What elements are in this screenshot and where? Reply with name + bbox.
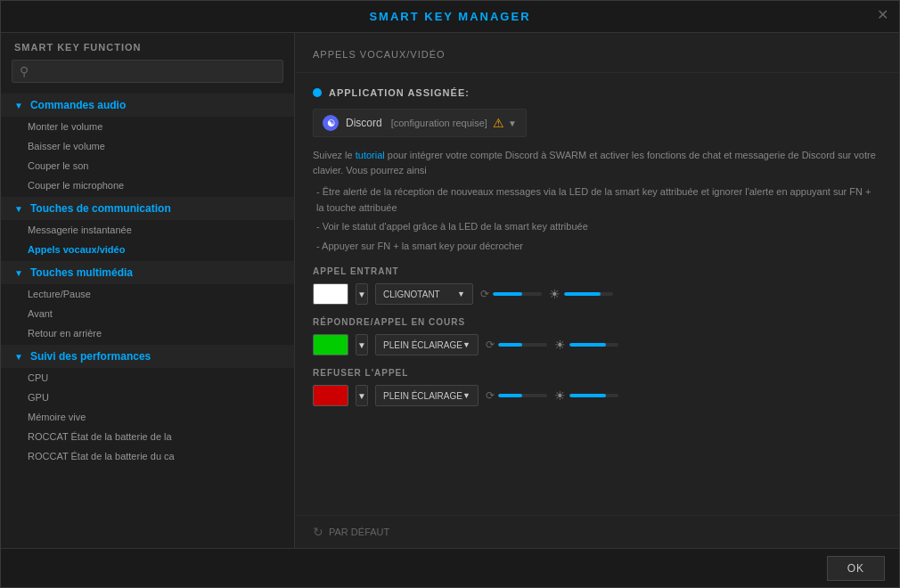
- config-required: [configuration requise]: [391, 118, 487, 128]
- sidebar-item-gpu[interactable]: GPU: [1, 388, 294, 407]
- speed-slider-repondre-appel[interactable]: [498, 343, 547, 347]
- category-touches-communication: ▼Touches de communicationMessagerie inst…: [1, 197, 294, 259]
- color-dropdown-repondre-appel[interactable]: ▼: [356, 334, 368, 355]
- sidebar-item-roccat-batterie-2[interactable]: ROCCAT État de la batterie du ca: [1, 446, 294, 466]
- sidebar-item-baisser-volume[interactable]: Baisser le volume: [1, 136, 294, 156]
- slider-group-brightness-appel-entrant: ☀: [549, 287, 613, 301]
- mode-dropdown-refuser-appel[interactable]: PLEIN ÉCLAIRAGE▼: [375, 385, 479, 406]
- footer-bar: ↻ PAR DÉFAUT: [295, 515, 899, 548]
- category-arrow: ▼: [14, 101, 23, 110]
- brightness-slider-refuser-appel[interactable]: [569, 394, 618, 397]
- brightness-icon: ☀: [554, 338, 566, 352]
- category-header-touches-communication[interactable]: ▼Touches de communication: [1, 197, 294, 220]
- category-header-suivi-performances[interactable]: ▼Suivi des performances: [1, 345, 294, 368]
- sidebar-item-roccat-batterie-1[interactable]: ROCCAT État de la batterie de la: [1, 427, 294, 446]
- slider-group-speed-appel-entrant: ⟳: [480, 288, 542, 300]
- sidebar-categories: ▼Commandes audioMonter le volumeBaisser …: [1, 94, 294, 466]
- slider-group-speed-refuser-appel: ⟳: [486, 389, 547, 402]
- call-section-repondre-appel: RÉPONDRE/APPEL EN COURS▼PLEIN ÉCLAIRAGE▼…: [313, 317, 881, 355]
- sidebar-item-memoire-vive[interactable]: Mémoire vive: [1, 407, 294, 427]
- ok-button[interactable]: OK: [827, 556, 885, 581]
- sidebar-item-avant[interactable]: Avant: [1, 304, 294, 323]
- slider-group-brightness-refuser-appel: ☀: [554, 388, 618, 403]
- category-arrow: ▼: [14, 352, 23, 362]
- color-dropdown-refuser-appel[interactable]: ▼: [356, 385, 368, 406]
- mode-dropdown-appel-entrant[interactable]: CLIGNOTANT▼: [375, 283, 473, 305]
- brightness-slider-appel-entrant[interactable]: [564, 292, 613, 296]
- sidebar-item-appels-vocaux[interactable]: Appels vocaux/vidéo: [1, 240, 294, 259]
- bullet-2: - Voir le statut d'appel grâce à la LED …: [313, 219, 881, 235]
- call-sections: APPEL ENTRANT▼CLIGNOTANT▼ ⟳ ☀ RÉPONDRE/A…: [313, 266, 881, 406]
- section-dot: [313, 88, 322, 97]
- sidebar-item-couper-son[interactable]: Couper le son: [1, 156, 294, 176]
- bullet-1: - Être alerté de la réception de nouveau…: [313, 184, 881, 216]
- info-text: Suivez le tutorial pour intégrer votre c…: [313, 148, 881, 177]
- right-panel: APPELS VOCAUX/VIDÉO APPLICATION ASSIGNÉE…: [295, 33, 899, 548]
- sidebar-title: SMART KEY FUNCTION: [1, 42, 294, 60]
- dropdown-arrow[interactable]: ▼: [508, 118, 517, 128]
- close-button[interactable]: ✕: [877, 8, 888, 22]
- search-input[interactable]: [34, 65, 275, 78]
- reset-icon: ↻: [313, 525, 323, 539]
- title-bar: SMART KEY MANAGER ✕: [1, 1, 899, 33]
- brightness-icon: ☀: [549, 287, 560, 301]
- app-name: Discord: [346, 117, 382, 129]
- section-assigned-title: APPLICATION ASSIGNÉE:: [329, 87, 470, 98]
- call-section-appel-entrant: APPEL ENTRANT▼CLIGNOTANT▼ ⟳ ☀: [313, 266, 881, 305]
- category-touches-multimedia: ▼Touches multimédiaLecture/PauseAvantRet…: [1, 261, 294, 343]
- slider-group-speed-repondre-appel: ⟳: [486, 339, 547, 351]
- category-commandes-audio: ▼Commandes audioMonter le volumeBaisser …: [1, 94, 294, 195]
- speed-slider-refuser-appel[interactable]: [498, 394, 547, 397]
- speed-icon: ⟳: [486, 339, 495, 351]
- call-label-refuser-appel: REFUSER L'APPEL: [313, 368, 881, 378]
- default-button[interactable]: ↻ PAR DÉFAUT: [313, 525, 389, 539]
- color-swatch-refuser-appel[interactable]: [313, 385, 348, 406]
- panel-body: APPLICATION ASSIGNÉE: ☯ Discord [configu…: [295, 73, 899, 515]
- brightness-slider-repondre-appel[interactable]: [569, 343, 618, 347]
- call-section-refuser-appel: REFUSER L'APPEL▼PLEIN ÉCLAIRAGE▼ ⟳ ☀: [313, 368, 881, 406]
- app-row[interactable]: ☯ Discord [configuration requise] ⚠ ▼: [313, 109, 527, 137]
- brightness-icon: ☀: [554, 388, 566, 403]
- search-bar[interactable]: ⚲: [12, 60, 283, 83]
- panel-header: APPELS VOCAUX/VIDÉO: [295, 33, 899, 73]
- sidebar: SMART KEY FUNCTION ⚲ ▼Commandes audioMon…: [1, 33, 295, 548]
- color-dropdown-appel-entrant[interactable]: ▼: [356, 283, 368, 305]
- tutorial-link[interactable]: tutorial: [356, 150, 385, 160]
- category-arrow: ▼: [14, 204, 23, 214]
- speed-icon: ⟳: [486, 389, 495, 402]
- sidebar-item-messagerie-instantanee[interactable]: Messagerie instantanée: [1, 220, 294, 240]
- color-swatch-repondre-appel[interactable]: [313, 334, 348, 355]
- sidebar-item-monter-volume[interactable]: Monter le volume: [1, 117, 294, 136]
- call-row-refuser-appel: ▼PLEIN ÉCLAIRAGE▼ ⟳ ☀: [313, 385, 881, 406]
- mode-dropdown-repondre-appel[interactable]: PLEIN ÉCLAIRAGE▼: [375, 334, 479, 355]
- color-swatch-appel-entrant[interactable]: [313, 283, 348, 305]
- discord-icon: ☯: [323, 115, 339, 131]
- bullet-3: - Appuyer sur FN + la smart key pour déc…: [313, 239, 881, 255]
- category-suivi-performances: ▼Suivi des performancesCPUGPUMémoire viv…: [1, 345, 294, 466]
- call-row-appel-entrant: ▼CLIGNOTANT▼ ⟳ ☀: [313, 283, 881, 305]
- slider-group-brightness-repondre-appel: ☀: [554, 338, 618, 352]
- category-arrow: ▼: [14, 268, 23, 278]
- call-label-repondre-appel: RÉPONDRE/APPEL EN COURS: [313, 317, 881, 327]
- call-label-appel-entrant: APPEL ENTRANT: [313, 266, 881, 276]
- search-icon: ⚲: [20, 64, 29, 78]
- window-title: SMART KEY MANAGER: [369, 10, 530, 23]
- category-header-touches-multimedia[interactable]: ▼Touches multimédia: [1, 261, 294, 284]
- sidebar-item-cpu[interactable]: CPU: [1, 368, 294, 388]
- sidebar-item-couper-micro[interactable]: Couper le microphone: [1, 176, 294, 195]
- warning-icon: ⚠: [493, 116, 504, 130]
- speed-icon: ⟳: [480, 288, 489, 300]
- call-row-repondre-appel: ▼PLEIN ÉCLAIRAGE▼ ⟳ ☀: [313, 334, 881, 355]
- speed-slider-appel-entrant[interactable]: [493, 292, 542, 296]
- sidebar-item-retour-arriere[interactable]: Retour en arrière: [1, 323, 294, 343]
- main-window: SMART KEY MANAGER ✕ SMART KEY FUNCTION ⚲…: [0, 0, 900, 588]
- bottom-bar: OK: [1, 548, 899, 587]
- section-assigned-label: APPLICATION ASSIGNÉE:: [313, 87, 881, 98]
- main-content: SMART KEY FUNCTION ⚲ ▼Commandes audioMon…: [1, 33, 899, 548]
- sidebar-item-lecture-pause[interactable]: Lecture/Pause: [1, 284, 294, 304]
- category-header-commandes-audio[interactable]: ▼Commandes audio: [1, 94, 294, 117]
- default-label: PAR DÉFAUT: [329, 527, 389, 537]
